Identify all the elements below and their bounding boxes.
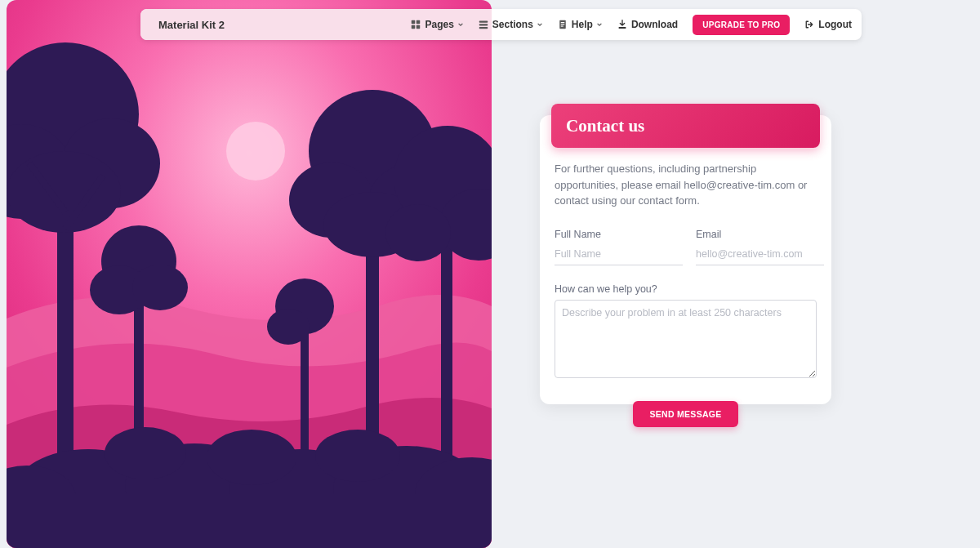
grid-icon — [411, 20, 421, 29]
svg-point-32 — [315, 430, 400, 482]
fullname-label: Full Name — [555, 229, 683, 240]
send-message-button[interactable]: SEND MESSAGE — [633, 401, 737, 427]
svg-rect-42 — [561, 24, 565, 25]
nav-help[interactable]: Help — [558, 19, 603, 30]
help-label: How can we help you? — [555, 283, 817, 295]
svg-point-1 — [226, 122, 285, 180]
svg-rect-34 — [416, 20, 421, 25]
brand[interactable]: Material Kit 2 — [158, 19, 225, 31]
hero-illustration — [7, 0, 492, 548]
doc-icon — [558, 20, 568, 29]
nav-download[interactable]: Download — [617, 19, 678, 30]
chevron-down-icon — [596, 21, 603, 28]
nav-pages-label: Pages — [425, 19, 453, 30]
svg-rect-41 — [561, 22, 565, 23]
svg-rect-38 — [479, 24, 488, 25]
help-textarea[interactable] — [555, 300, 817, 378]
email-input[interactable] — [696, 245, 824, 265]
logout-icon — [804, 20, 814, 29]
chevron-down-icon — [457, 21, 464, 28]
svg-point-31 — [207, 430, 296, 485]
nav-sections-label: Sections — [492, 19, 533, 30]
contact-description: For further questions, including partner… — [555, 161, 817, 209]
svg-rect-37 — [479, 21, 488, 23]
svg-point-22 — [267, 309, 310, 345]
nav-logout-label: Logout — [818, 19, 852, 30]
contact-card-header: Contact us — [551, 104, 820, 148]
download-icon — [617, 20, 627, 29]
contact-title: Contact us — [566, 116, 644, 136]
nav-logout[interactable]: Logout — [804, 19, 852, 30]
svg-rect-44 — [618, 27, 626, 29]
nav-pages[interactable]: Pages — [411, 19, 463, 30]
svg-point-10 — [132, 265, 188, 310]
email-label: Email — [696, 229, 824, 240]
navbar: Material Kit 2 Pages Sections Help Downl… — [140, 9, 862, 40]
svg-point-19 — [385, 204, 451, 261]
chevron-down-icon — [537, 21, 543, 28]
svg-rect-43 — [561, 26, 564, 27]
svg-rect-35 — [412, 25, 416, 29]
nav-download-label: Download — [631, 19, 678, 30]
svg-rect-2 — [57, 196, 74, 490]
rows-icon — [479, 20, 488, 29]
svg-rect-33 — [412, 20, 416, 25]
fullname-input[interactable] — [555, 245, 683, 265]
svg-rect-36 — [416, 25, 421, 29]
svg-point-30 — [105, 427, 186, 479]
svg-rect-39 — [479, 27, 488, 29]
svg-point-6 — [7, 151, 121, 233]
nav-sections[interactable]: Sections — [479, 19, 543, 30]
contact-card: Contact us For further questions, includ… — [540, 115, 831, 404]
svg-rect-29 — [7, 494, 492, 548]
upgrade-button[interactable]: UPGRADE TO PRO — [693, 15, 790, 35]
nav-help-label: Help — [572, 19, 593, 30]
